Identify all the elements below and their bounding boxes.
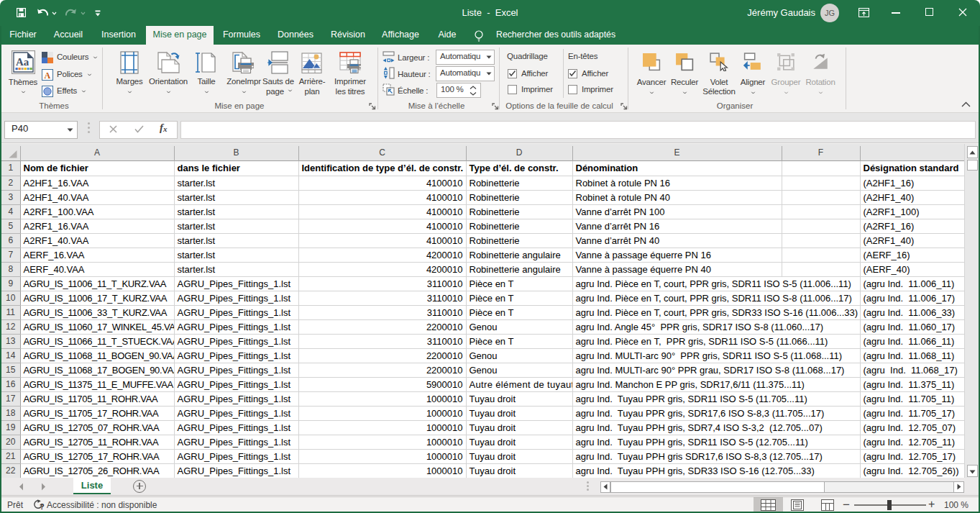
svg-text:A: A	[44, 71, 50, 81]
svg-text:Aa: Aa	[16, 56, 29, 68]
